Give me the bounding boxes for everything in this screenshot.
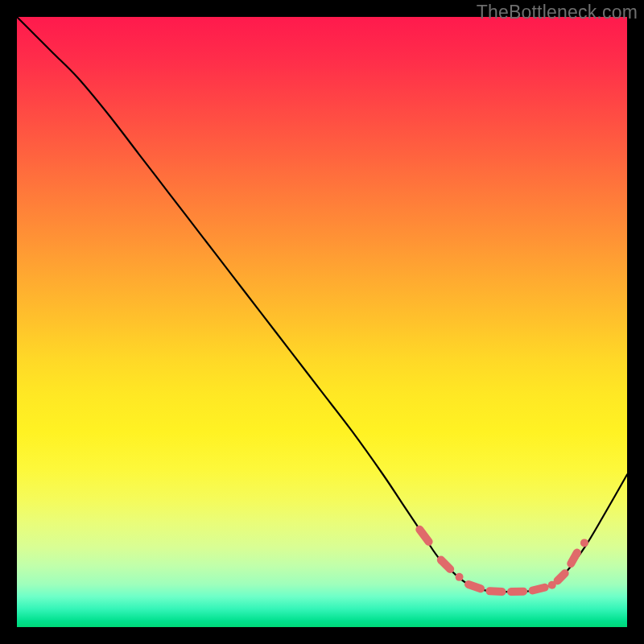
valley-marker-segment: [533, 588, 545, 591]
valley-marker-segment: [489, 591, 502, 592]
valley-marker-dot: [580, 539, 588, 547]
valley-marker-segment: [571, 553, 577, 564]
watermark-text: TheBottleneck.com: [477, 2, 638, 23]
valley-marker-segment: [419, 530, 428, 542]
valley-marker-segment: [558, 573, 565, 580]
valley-marker-segment: [469, 584, 481, 588]
valley-marker-segment: [441, 560, 450, 569]
valley-marker-dot: [456, 573, 464, 581]
valley-marker-dot: [548, 581, 556, 589]
